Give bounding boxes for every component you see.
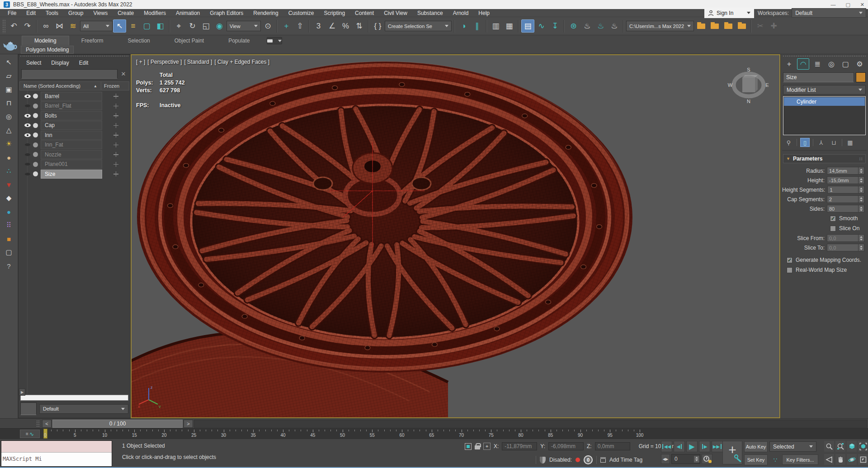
- select-object-icon[interactable]: ↖: [113, 19, 126, 33]
- select-and-place-icon[interactable]: ◉: [213, 19, 226, 33]
- slice-to-field[interactable]: 0,0: [827, 244, 859, 251]
- panel-drag-grip[interactable]: [783, 56, 866, 57]
- light-icon[interactable]: ☀: [3, 138, 15, 149]
- tab-display[interactable]: ▢: [840, 58, 852, 70]
- parameters-rollout-header[interactable]: ▼ Parameters ∷: [783, 154, 866, 163]
- generate-mapping-coords-checkbox[interactable]: ✓: [787, 257, 793, 263]
- droplet-icon[interactable]: ▼: [3, 179, 15, 190]
- spinner-up-icon[interactable]: [860, 169, 863, 170]
- frozen-cell[interactable]: [102, 123, 129, 128]
- spinner-down-icon[interactable]: [860, 209, 863, 211]
- select-and-rotate-icon[interactable]: ↻: [186, 19, 199, 33]
- use-pivot-point-center-icon[interactable]: ⊙: [261, 19, 274, 33]
- window-crossing-toggle-icon[interactable]: ◧: [154, 19, 167, 33]
- viewport-standard-menu[interactable]: [ Standard ]: [184, 59, 212, 65]
- modifier-stack-item-cylinder[interactable]: Cylinder: [784, 97, 865, 106]
- edit-named-selection-sets-icon[interactable]: { }: [371, 19, 384, 33]
- swatches-icon[interactable]: ⠿: [3, 220, 15, 231]
- menu-tools[interactable]: Tools: [41, 9, 63, 17]
- height-spinner[interactable]: [859, 176, 864, 184]
- scene-object-row-inn[interactable]: Inn: [24, 130, 129, 140]
- spinner-down-icon[interactable]: [860, 239, 863, 241]
- auto-key-button[interactable]: Auto Key: [744, 441, 768, 452]
- scene-object-row-cap[interactable]: Cap: [24, 121, 129, 131]
- spinner-up-icon[interactable]: [860, 246, 863, 247]
- select-and-link-icon[interactable]: ∞: [39, 19, 52, 33]
- align-icon[interactable]: ∥: [471, 19, 484, 33]
- previous-frame-button[interactable]: ◀: [674, 441, 685, 452]
- spinner-down-icon[interactable]: [860, 248, 863, 250]
- frame-spinner[interactable]: [694, 455, 700, 463]
- viewport-shading-menu[interactable]: [ Clay + Edged Faces ]: [214, 59, 269, 65]
- menu-file[interactable]: File: [3, 9, 21, 17]
- view-cube[interactable]: S W E N: [727, 65, 770, 105]
- display-icon[interactable]: ▢: [3, 247, 15, 258]
- sphere-primitive-icon[interactable]: ●: [3, 152, 15, 163]
- torus-primitive-icon[interactable]: ◎: [3, 111, 15, 122]
- show-end-result-icon[interactable]: ▯: [800, 138, 810, 147]
- selection-set-dropdown[interactable]: Selected: [769, 441, 816, 452]
- shield-icon[interactable]: [540, 457, 546, 463]
- modifier-list-dropdown[interactable]: Modifier List: [783, 85, 866, 95]
- menu-edit[interactable]: Edit: [21, 9, 41, 17]
- named-selection-sets-dropdown[interactable]: Create Selection Se: [385, 21, 452, 31]
- clear-search-icon[interactable]: ✕: [119, 71, 127, 77]
- go-to-start-button[interactable]: ◀◀: [661, 441, 672, 452]
- scene-object-row-plane001[interactable]: Plane001: [24, 160, 129, 170]
- selection-filter-dropdown[interactable]: All: [80, 21, 113, 31]
- visibility-on-icon[interactable]: [24, 112, 31, 119]
- menu-content[interactable]: Content: [350, 9, 379, 17]
- menu-rendering[interactable]: Rendering: [248, 9, 283, 17]
- visibility-off-icon[interactable]: [24, 102, 31, 109]
- isolate-selection-icon[interactable]: [465, 443, 472, 450]
- menu-civil-view[interactable]: Civil View: [379, 9, 412, 17]
- open-folder-icon[interactable]: [708, 19, 721, 33]
- make-unique-icon[interactable]: ⅄: [816, 138, 826, 147]
- orange-box-icon[interactable]: ■: [3, 233, 15, 244]
- zoom-extents-icon[interactable]: [847, 441, 857, 452]
- rectangular-selection-region-icon[interactable]: ▢: [140, 19, 153, 33]
- ribbon-tab-freeform[interactable]: Freeform: [69, 36, 116, 45]
- slice-on-checkbox[interactable]: [830, 226, 836, 232]
- radius-spinner[interactable]: [859, 167, 864, 175]
- spinner-up-icon[interactable]: [860, 188, 863, 189]
- visibility-on-icon[interactable]: [24, 93, 31, 100]
- menu-scripting[interactable]: Scripting: [319, 9, 350, 17]
- geosphere-icon[interactable]: ●: [3, 206, 15, 217]
- explorer-menu-select[interactable]: Select: [21, 59, 46, 67]
- schematic-view-icon[interactable]: ↧: [548, 19, 561, 33]
- material-editor-icon[interactable]: ⊛: [567, 19, 580, 33]
- column-header-name[interactable]: Name (Sorted Ascending) ▲: [19, 81, 101, 90]
- ribbon-minimize-dropdown[interactable]: [267, 37, 282, 44]
- spinner-down-icon[interactable]: [860, 171, 863, 173]
- time-configuration-button[interactable]: [702, 454, 712, 464]
- keyboard-shortcut-override-icon[interactable]: ⇧: [293, 19, 307, 33]
- key-steps-icon[interactable]: ∵: [770, 455, 780, 464]
- explorer-menu-display[interactable]: Display: [46, 59, 74, 67]
- z-coord-field[interactable]: 0,0mm: [595, 442, 630, 450]
- scene-explorer-footer-box[interactable]: [20, 402, 37, 415]
- frozen-cell[interactable]: [102, 94, 129, 99]
- menu-modifiers[interactable]: Modifiers: [139, 9, 171, 17]
- perspective-viewport[interactable]: [ + ][ Perspective ][ Standard ][ Clay +…: [131, 54, 780, 418]
- select-by-name-icon[interactable]: ≡: [127, 19, 140, 33]
- radius-field[interactable]: 14,5mm: [827, 167, 859, 175]
- maxscript-input-pane[interactable]: MAXScript Mi: [1, 453, 112, 466]
- viewport-pov-menu[interactable]: [ Perspective ]: [147, 59, 182, 65]
- tab-modify[interactable]: ◠: [797, 58, 809, 70]
- y-coord-field[interactable]: -6,098mm: [548, 442, 584, 450]
- render-production-icon[interactable]: ♨: [608, 19, 621, 33]
- angle-snap-icon[interactable]: ∠: [326, 19, 339, 33]
- plane-primitive-icon[interactable]: ▱: [3, 71, 15, 81]
- scene-object-row-barrel-flat[interactable]: Barrel_Flat: [24, 101, 129, 111]
- toggle-ribbon-icon[interactable]: ▦: [503, 19, 516, 33]
- column-header-frozen[interactable]: Frozen: [101, 81, 129, 90]
- visibility-off-icon[interactable]: [24, 161, 31, 168]
- time-slider-prev-button[interactable]: <: [42, 420, 52, 428]
- folder-share-icon[interactable]: [735, 19, 748, 33]
- spinner-down-icon[interactable]: [860, 181, 863, 183]
- frozen-cell[interactable]: [102, 142, 129, 147]
- curve-editor-icon[interactable]: ∿: [535, 19, 548, 33]
- menu-graph-editors[interactable]: Graph Editors: [205, 9, 248, 17]
- height-segments-spinner[interactable]: [859, 186, 864, 194]
